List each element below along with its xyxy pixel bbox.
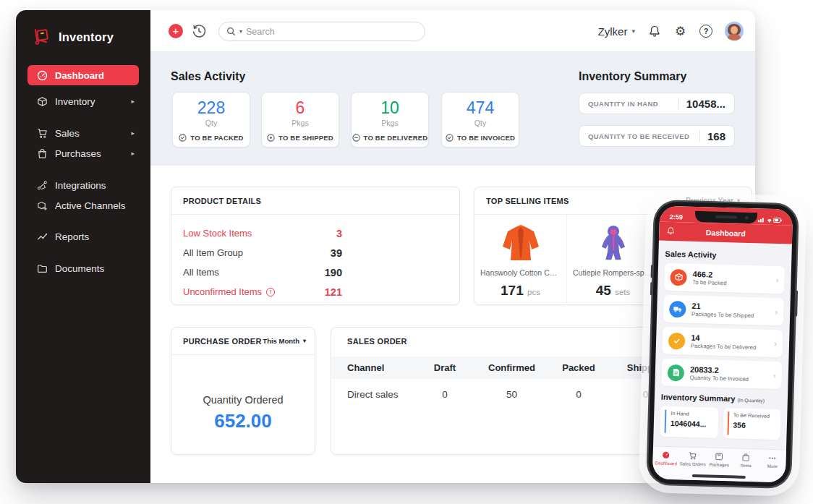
- sales-activity-title: Sales Activity: [171, 70, 245, 83]
- delivered-unit: Pkgs: [352, 119, 428, 127]
- product-details-title: PRODUCT DETAILS: [183, 197, 261, 205]
- chevron-right-icon: ›: [775, 307, 778, 316]
- chevron-down-icon: ▾: [303, 338, 306, 344]
- to-be-shipped-card[interactable]: 6 Pkgs TO BE SHIPPED: [261, 92, 339, 148]
- quick-create-button[interactable]: +: [169, 24, 183, 38]
- purchase-order-period-dropdown[interactable]: This Month ▾: [263, 337, 306, 345]
- sidebar-item-integrations[interactable]: Integrations: [27, 175, 143, 195]
- shipped-unit: Pkgs: [262, 119, 339, 127]
- app-logo[interactable]: Inventory: [32, 27, 114, 46]
- recent-activity-button[interactable]: [191, 23, 207, 39]
- invoiced-label: TO BE INVOICED: [457, 134, 515, 142]
- check-circle-icon: [179, 134, 187, 142]
- all-items-label: All Items: [183, 267, 219, 278]
- top-selling-title: TOP SELLING ITEMS: [486, 197, 569, 205]
- purchase-order-card: PURCHASE ORDER This Month ▾ Quantity Ord…: [171, 327, 315, 455]
- user-avatar[interactable]: [725, 22, 744, 40]
- low-stock-row[interactable]: Low Stock Items 3: [183, 223, 342, 243]
- integrations-icon: [36, 179, 48, 191]
- to-be-invoiced-card[interactable]: 474 Qty TO BE INVOICED: [441, 92, 519, 148]
- submenu-arrow-icon: ▸: [131, 98, 135, 105]
- col-draft: Draft: [412, 362, 477, 373]
- handtruck-logo-icon: [32, 27, 51, 46]
- to-be-delivered-card[interactable]: 10 Pkgs TO BE DELIVERED: [351, 92, 429, 148]
- top-selling-item[interactable]: Cutiepie Rompers-spo... 45 sets: [567, 215, 660, 305]
- cell-confirmed: 50: [477, 389, 546, 400]
- sidebar-item-label: Active Channels: [55, 200, 135, 211]
- divider: [678, 98, 679, 109]
- phone-speaker: [715, 215, 737, 218]
- phone-invoiced-card[interactable]: 20833.2 Quantity To be Invoiced ›: [661, 359, 782, 390]
- phone-shipped-card[interactable]: 21 Packages To be Shipped ›: [663, 295, 784, 326]
- invoice-doc-icon: [668, 364, 685, 381]
- sidebar-item-inventory[interactable]: Inventory ▸: [27, 91, 143, 111]
- phone-packed-label: To be Packed: [692, 279, 770, 288]
- reports-chart-icon: [36, 231, 48, 242]
- more-dots-icon: •••: [759, 453, 786, 462]
- info-icon[interactable]: !: [266, 288, 275, 296]
- sidebar-item-dashboard[interactable]: Dashboard: [27, 65, 139, 85]
- quantity-in-hand-stat[interactable]: QUANTITY IN HAND 10458...: [579, 93, 735, 114]
- sidebar-item-active-channels[interactable]: Active Channels: [27, 195, 143, 215]
- phone-packed-card[interactable]: 466.2 To be Packed ›: [664, 263, 785, 294]
- phone-in-hand-card[interactable]: In Hand 1046044...: [660, 406, 718, 438]
- to-be-received-value: 168: [707, 130, 725, 142]
- bell-icon[interactable]: [666, 226, 675, 236]
- sidebar: Inventory Dashboard Inventory ▸: [16, 10, 150, 483]
- tab-label: Sales Orders: [679, 461, 706, 466]
- notifications-button[interactable]: [647, 25, 661, 38]
- inventory-summary-title: Inventory Summary: [579, 70, 686, 83]
- tab-label: Items: [733, 462, 759, 468]
- purchase-order-title: PURCHASE ORDER: [183, 337, 262, 346]
- exclamation-glyph: !: [270, 289, 272, 295]
- bag-icon: [36, 148, 48, 159]
- search-icon: [226, 27, 236, 36]
- low-stock-value: 3: [336, 228, 342, 239]
- cell-channel: Direct sales: [331, 389, 412, 400]
- search-input[interactable]: [246, 27, 417, 37]
- gear-icon: ⚙: [675, 25, 686, 38]
- submenu-arrow-icon: ▸: [131, 150, 135, 157]
- phone-delivered-card[interactable]: 14 Packages To be Delivered ›: [663, 327, 783, 358]
- settings-button[interactable]: ⚙: [673, 25, 687, 38]
- item-name: Cutiepie Rompers-spo...: [567, 268, 659, 277]
- phone-to-be-received-card[interactable]: To Be Received 356: [723, 408, 781, 440]
- folder-icon: [36, 262, 48, 274]
- all-items-row[interactable]: All Items 190: [183, 262, 342, 282]
- chevron-right-icon: ›: [774, 339, 777, 348]
- all-item-group-row[interactable]: All Item Group 39: [183, 243, 342, 262]
- search-bar[interactable]: ▾: [218, 22, 425, 41]
- item-qty: 45: [596, 283, 611, 298]
- to-be-packed-card[interactable]: 228 Qty TO BE PACKED: [172, 92, 250, 148]
- packed-unit: Qty: [173, 119, 250, 127]
- plus-icon: +: [173, 25, 179, 37]
- sidebar-item-sales[interactable]: Sales ▸: [27, 123, 143, 143]
- sidebar-item-label: Integrations: [55, 180, 135, 191]
- phone-to-be-received-value: 356: [733, 420, 776, 430]
- phone-notch: [695, 211, 757, 223]
- delivered-label: TO BE DELIVERED: [364, 134, 428, 142]
- sidebar-item-purchases[interactable]: Purchases ▸: [27, 143, 143, 163]
- sidebar-item-label: Purchases: [55, 148, 124, 159]
- avatar-body: [728, 34, 741, 40]
- truck-icon: [669, 300, 686, 317]
- org-switcher[interactable]: Zylker ▾: [598, 25, 635, 38]
- sidebar-item-reports[interactable]: Reports: [27, 226, 143, 247]
- all-item-group-label: All Item Group: [183, 247, 243, 258]
- unconfirmed-items-row[interactable]: Unconfirmed Items ! 121: [183, 282, 342, 302]
- quantity-to-be-received-stat[interactable]: QUANTITY TO BE RECEIVED 168: [579, 125, 735, 147]
- search-scope-caret-icon[interactable]: ▾: [239, 28, 242, 35]
- app-title: Inventory: [59, 30, 114, 44]
- dashboard-gauge-icon: [36, 69, 48, 81]
- item-name: Hanswooly Cotton Cas...: [474, 268, 566, 277]
- sidebar-item-label: Documents: [55, 263, 135, 274]
- help-button[interactable]: ?: [699, 25, 712, 38]
- status-icons: [758, 215, 783, 223]
- col-confirmed: Confirmed: [477, 362, 546, 373]
- low-stock-label: Low Stock Items: [183, 228, 252, 239]
- phone-page-title: Dashboard: [706, 228, 746, 238]
- phone-shipped-label: Packages To be Shipped: [691, 311, 770, 320]
- sidebar-item-documents[interactable]: Documents: [27, 258, 143, 278]
- top-selling-item[interactable]: Hanswooly Cotton Cas... 171 pcs: [474, 215, 567, 305]
- phone-screen: 2:59 Dashboard Sales Activity: [652, 206, 793, 483]
